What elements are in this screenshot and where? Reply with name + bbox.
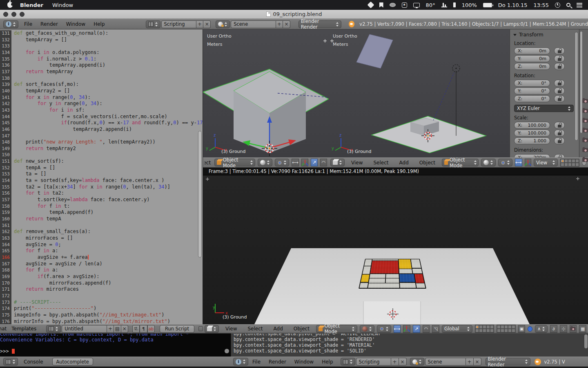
- text-editor[interactable]: 131def get_faces_with_up_normal(o):132 t…: [0, 29, 203, 324]
- rotate-manipulator-button[interactable]: ◠: [320, 159, 327, 166]
- text-name-field[interactable]: Untitled: [62, 325, 107, 333]
- python-console[interactable]: Convenience Imports: from mathutils impo…: [0, 333, 231, 357]
- layer-cell[interactable]: [512, 329, 515, 332]
- code-line[interactable]: 162def remove_small_faces(a):: [0, 229, 203, 235]
- layer-cell[interactable]: [490, 325, 494, 329]
- help-menu[interactable]: Help: [94, 21, 105, 27]
- scene-icon-button[interactable]: [410, 358, 424, 366]
- code-line[interactable]: 161: [0, 222, 203, 229]
- manipulate-center-points-toggle[interactable]: ⟷: [394, 325, 401, 333]
- add-menu[interactable]: Add: [399, 160, 409, 166]
- layer-cell[interactable]: [479, 325, 483, 329]
- snap-element-icon[interactable]: ⊹: [560, 325, 567, 333]
- opengl-render-camera-icon[interactable]: [570, 325, 577, 333]
- code-line[interactable]: 160 return tempA: [0, 216, 203, 222]
- viewport-top-left[interactable]: z x y User Ortho Meters (3) Ground: [203, 29, 329, 157]
- screen-layout-field[interactable]: Scripting: [356, 358, 391, 366]
- lock-toggle[interactable]: [554, 95, 565, 102]
- time-machine-icon[interactable]: [555, 2, 560, 8]
- lock-toggle[interactable]: [554, 154, 565, 157]
- layer-cell[interactable]: [508, 325, 512, 329]
- code-line[interactable]: 169 if(f.area > avgSize):: [0, 274, 203, 280]
- layer-cell[interactable]: [475, 329, 479, 332]
- transform-value-field[interactable]: X:200m: [514, 154, 550, 157]
- code-line[interactable]: 135 if i.normal.z > 0.1:: [0, 56, 203, 63]
- layer-cell[interactable]: [568, 163, 572, 166]
- layer-cell[interactable]: [497, 329, 501, 332]
- code-line[interactable]: 150: [0, 152, 203, 158]
- panel-collapse-icon[interactable]: [513, 34, 517, 36]
- code-line[interactable]: 156 for t in ta2:: [0, 190, 203, 197]
- properties-tab-camera-icon[interactable]: [582, 138, 588, 142]
- object-menu[interactable]: Object: [294, 326, 310, 332]
- console-menu[interactable]: Console: [24, 359, 43, 365]
- proportional-edit-icon[interactable]: [528, 326, 532, 332]
- screen-layout-field[interactable]: Scripting: [161, 20, 196, 28]
- code-line[interactable]: 165 for f in a:: [0, 248, 203, 254]
- layer-cell[interactable]: [508, 329, 512, 332]
- syntax-highlight-toggle[interactable]: ab: [147, 325, 155, 333]
- editor-type-button[interactable]: i: [3, 20, 18, 28]
- lock-toggle[interactable]: [554, 47, 565, 54]
- pivot-select[interactable]: [498, 159, 512, 166]
- spotlight-icon[interactable]: [566, 3, 570, 7]
- rotate-manipulator-button[interactable]: ◠: [423, 325, 430, 333]
- render-menu[interactable]: Render: [269, 359, 286, 365]
- code-line[interactable]: 164 avgSize = 0;: [0, 242, 203, 248]
- transform-orientation-select[interactable]: Global: [442, 325, 472, 333]
- delete-layout-button[interactable]: ×: [399, 358, 407, 366]
- code-line[interactable]: 147: [0, 133, 203, 139]
- viewport-shading-select[interactable]: [258, 159, 272, 166]
- layer-cell[interactable]: [475, 325, 479, 329]
- scene-icon-button[interactable]: [216, 20, 230, 28]
- layer-cell[interactable]: [561, 163, 564, 166]
- console-scroll-dot[interactable]: [225, 349, 229, 353]
- code-line[interactable]: 155 ta2 = [ta[x:x+34] for x in range(0, …: [0, 184, 203, 191]
- delete-scene-button[interactable]: ×: [474, 358, 481, 366]
- scene-field[interactable]: Scene: [425, 358, 466, 366]
- lock-toggle[interactable]: [554, 137, 565, 144]
- layers-grid-1[interactable]: [475, 325, 494, 333]
- code-line[interactable]: 176mirrorInfo = bpy.path.abspath("//img_…: [0, 319, 203, 324]
- view-menu[interactable]: View: [351, 160, 363, 166]
- display-icon[interactable]: [413, 3, 420, 7]
- delete-scene-button[interactable]: ×: [283, 20, 290, 28]
- code-line[interactable]: 134 for i in o.data.polygons:: [0, 49, 203, 56]
- code-line[interactable]: 133: [0, 43, 203, 49]
- layer-cell[interactable]: [572, 159, 575, 163]
- file-menu[interactable]: File: [24, 21, 32, 27]
- lock-to-scene-icon[interactable]: ▣: [518, 325, 526, 333]
- viewport-shading-select[interactable]: [360, 325, 374, 333]
- layer-cell[interactable]: [575, 163, 579, 166]
- pivot-select[interactable]: [377, 325, 391, 333]
- code-line[interactable]: 132 tempArray = []: [0, 37, 203, 43]
- code-line[interactable]: 158 for f in t:: [0, 203, 203, 210]
- screen-layout-icon-button[interactable]: [146, 20, 160, 28]
- mode-select[interactable]: Object Mode: [442, 159, 479, 166]
- lock-toggle[interactable]: [554, 63, 565, 70]
- layer-cell[interactable]: [486, 325, 490, 329]
- code-line[interactable]: 172: [0, 293, 203, 299]
- snap-magnet-icon[interactable]: ∂: [550, 325, 557, 333]
- layer-cell[interactable]: [512, 325, 515, 329]
- layer-cell[interactable]: [486, 329, 490, 332]
- layer-cell[interactable]: [490, 329, 494, 332]
- object-menu-clipped[interactable]: Object: [205, 160, 211, 166]
- transform-value-field[interactable]: X:0m: [514, 47, 550, 54]
- transform-value-field[interactable]: Z:0m: [514, 63, 550, 70]
- layer-cell[interactable]: [568, 159, 572, 163]
- viewport-shading-select[interactable]: [481, 159, 496, 166]
- help-menu[interactable]: Help: [322, 359, 333, 365]
- format-menu[interactable]: Format: [0, 326, 7, 332]
- transform-value-field[interactable]: X:100.000: [514, 122, 550, 129]
- viewport-main[interactable]: y x (3) Ground: [203, 168, 588, 324]
- lock-toggle[interactable]: [554, 55, 565, 62]
- properties-tab-camera-icon[interactable]: [582, 109, 588, 113]
- editor-type-button[interactable]: i: [233, 358, 248, 366]
- code-line[interactable]: 154 ta = sorted(sf,key=lambda face: face…: [0, 177, 203, 184]
- code-line[interactable]: 157 t.sort(key=lambda face: face.center.…: [0, 197, 203, 203]
- app-store-icon[interactable]: ★: [402, 2, 407, 8]
- apple-menu-icon[interactable]: [7, 2, 13, 8]
- layer-cell[interactable]: [504, 329, 508, 332]
- templates-menu[interactable]: Templates: [11, 326, 36, 332]
